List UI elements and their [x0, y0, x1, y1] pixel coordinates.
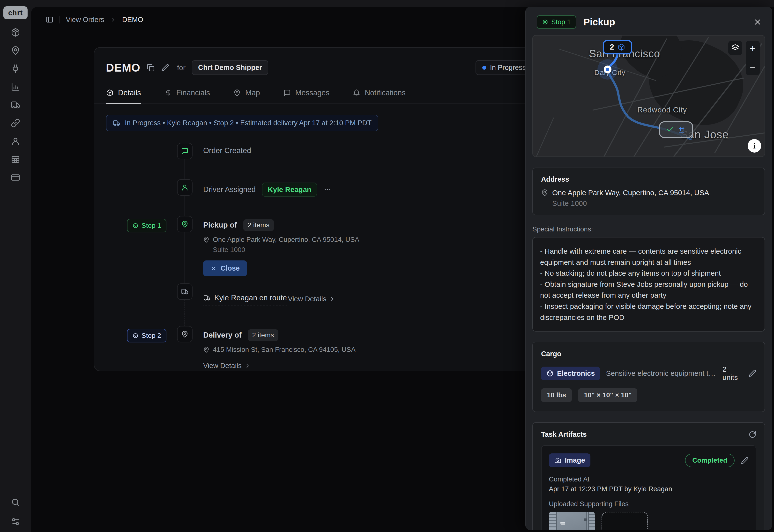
- status-badge: In Progress: [476, 60, 531, 75]
- timeline-title: Order Created: [203, 146, 519, 155]
- close-stop-button[interactable]: Close: [203, 260, 247, 276]
- tab-financials[interactable]: Financials: [164, 89, 210, 103]
- layers-icon: [731, 44, 739, 52]
- pickup-tile: [177, 216, 193, 232]
- timeline-en-route: Kyle Reagan en route View Details: [106, 283, 519, 326]
- bar-chart-icon[interactable]: [11, 82, 20, 92]
- completed-at-value: Apr 17 at 12:23 PM PDT by Kyle Reagan: [549, 485, 749, 493]
- en-route-tile: [177, 283, 193, 300]
- timeline-pickup: Stop 1 Pickup of 2 items: [106, 216, 519, 283]
- delivery-marker[interactable]: [659, 121, 693, 138]
- edit-artifact-icon[interactable]: [741, 457, 749, 464]
- pickup-count-marker[interactable]: 2: [603, 40, 632, 54]
- view-details-link[interactable]: View Details: [288, 295, 335, 303]
- address-card: Address One Apple Park Way, Cupertino, C…: [532, 168, 765, 215]
- special-instructions-text: - Handle with extreme care — contents ar…: [532, 237, 765, 332]
- map-pin-icon[interactable]: [11, 46, 20, 55]
- map-layers-button[interactable]: [728, 41, 742, 55]
- stop-1-badge: Stop 1: [127, 219, 166, 232]
- cargo-card: Cargo Electronics Sensitive electronic e…: [532, 342, 765, 412]
- en-route-status[interactable]: Kyle Reagan en route: [203, 294, 287, 305]
- panel-title: Pickup: [583, 17, 615, 28]
- order-timeline: Order Created Driver Assigned: [106, 143, 519, 371]
- tab-map[interactable]: Map: [233, 89, 260, 103]
- upload-icon: [618, 529, 631, 530]
- map-pin-icon: [181, 330, 189, 338]
- chevron-right-icon: [245, 363, 251, 369]
- route-map[interactable]: San Francisco Daly City Redwood City San…: [532, 35, 765, 157]
- map-pin-icon: [203, 347, 209, 353]
- for-label: for: [177, 64, 186, 72]
- sidebar-toggle-icon[interactable]: [45, 15, 54, 24]
- items-count-chip: 2 items: [243, 219, 274, 231]
- target-icon: [132, 333, 139, 339]
- truck-icon: [113, 119, 120, 127]
- page-title: DEMO: [106, 61, 140, 74]
- driver-chip[interactable]: Kyle Reagan: [262, 183, 317, 197]
- cargo-units: 2 units: [722, 365, 743, 382]
- close-panel-icon[interactable]: [753, 17, 762, 27]
- delivery-address: 415 Mission St, San Francisco, CA 94105,…: [203, 346, 519, 354]
- uploaded-files-label: Uploaded Supporting Files: [549, 500, 749, 508]
- refresh-icon[interactable]: [749, 431, 756, 438]
- timeline-title: Pickup of: [203, 221, 237, 229]
- view-details-link[interactable]: View Details: [203, 362, 251, 370]
- map-pin-icon: [541, 189, 548, 196]
- target-icon: [542, 19, 548, 25]
- sidebar: chrt: [0, 0, 31, 532]
- truck-icon[interactable]: [11, 100, 20, 110]
- completed-at-label: Completed At: [549, 475, 749, 483]
- status-dot: [482, 66, 486, 70]
- breadcrumb-current: DEMO: [122, 16, 143, 24]
- stop-2-badge: Stop 2: [127, 329, 166, 342]
- tab-messages[interactable]: Messages: [283, 89, 329, 103]
- cargo-weight-chip: 10 lbs: [541, 388, 572, 402]
- x-icon: [210, 265, 217, 272]
- package-icon: [106, 89, 114, 97]
- map-pin-icon: [203, 236, 209, 243]
- user-icon[interactable]: [11, 136, 20, 146]
- copy-icon[interactable]: [147, 64, 155, 72]
- map-label-redwood-city: Redwood City: [637, 106, 687, 114]
- tab-bar: Details Financials Map Messages Notifica…: [94, 75, 531, 104]
- zoom-out-button[interactable]: −: [750, 63, 756, 73]
- pickup-address: One Apple Park Way, Cupertino, CA 95014,…: [203, 236, 519, 244]
- bell-icon: [353, 89, 360, 97]
- pickup-address-line2: Suite 1000: [213, 246, 519, 254]
- link-icon[interactable]: [11, 118, 20, 128]
- search-icon[interactable]: [11, 498, 20, 507]
- double-up-arrows-icon: [678, 126, 686, 134]
- plug-icon[interactable]: [11, 64, 20, 74]
- message-square-icon: [181, 147, 189, 155]
- package-icon: [618, 43, 625, 51]
- tab-notifications[interactable]: Notifications: [353, 89, 406, 103]
- package-icon[interactable]: [11, 28, 20, 37]
- sliders-icon[interactable]: [11, 517, 20, 526]
- shipper-button[interactable]: Chrt Demo Shipper: [192, 60, 268, 75]
- chevron-right-icon: [110, 16, 116, 23]
- dollar-icon: [164, 89, 172, 97]
- special-instructions-label: Special Instructions:: [532, 225, 765, 233]
- app-logo[interactable]: chrt: [3, 6, 28, 19]
- tab-details[interactable]: Details: [106, 89, 141, 103]
- driver-assigned-tile: [177, 179, 193, 196]
- timeline-delivery: Stop 2 Delivery of 2 items: [106, 326, 519, 371]
- uploaded-photo-thumbnail[interactable]: [549, 512, 595, 530]
- package-icon: [546, 370, 554, 377]
- map-info-button[interactable]: i: [748, 139, 761, 153]
- cargo-dimensions-chip: 10" × 10" × 10": [578, 388, 637, 402]
- breadcrumb-parent[interactable]: View Orders: [66, 16, 104, 24]
- map-pin-icon: [181, 220, 189, 228]
- ellipsis-icon[interactable]: [323, 185, 332, 194]
- table-icon[interactable]: [11, 155, 20, 164]
- stop-detail-panel: Stop 1 Pickup San Francisco Daly City Re…: [525, 7, 772, 530]
- edit-title-icon[interactable]: [161, 64, 169, 72]
- zoom-in-button[interactable]: +: [750, 43, 756, 53]
- chevron-right-icon: [329, 296, 335, 302]
- stop-1-badge: Stop 1: [537, 15, 576, 29]
- timeline-title: Driver Assigned: [203, 185, 256, 194]
- edit-cargo-icon[interactable]: [749, 369, 756, 377]
- credit-card-icon[interactable]: [11, 173, 20, 182]
- upload-file-dropzone[interactable]: [602, 512, 648, 530]
- driver-position-marker[interactable]: [604, 66, 611, 73]
